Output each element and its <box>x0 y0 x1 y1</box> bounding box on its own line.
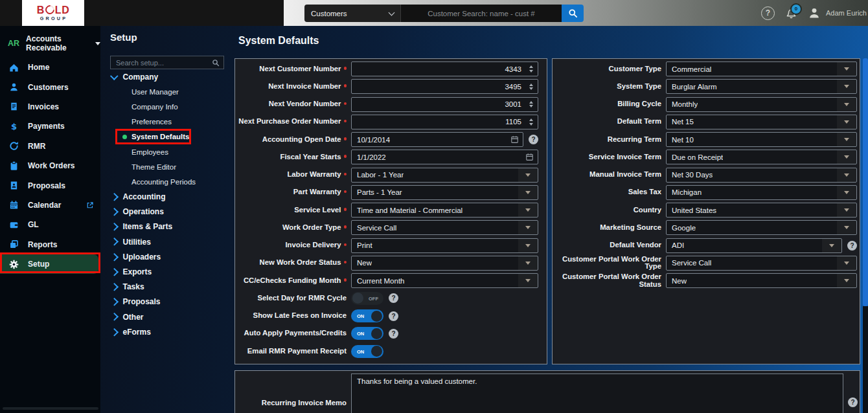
sales-tax-select[interactable]: Michigan <box>666 185 857 200</box>
customer-portal-work-order-type-select[interactable]: Service Call <box>666 256 857 271</box>
invoice-delivery-select[interactable]: Print <box>351 238 538 253</box>
setup-section-other[interactable]: Other <box>100 309 223 324</box>
setup-tree-item-company-info[interactable]: Company Info <box>100 99 223 114</box>
select-caret-button <box>518 186 538 199</box>
number-spinner[interactable] <box>525 80 538 93</box>
field-label: Accounting Open Date <box>235 136 347 144</box>
setup-section-uploaders[interactable]: Uploaders <box>100 249 223 264</box>
service-level-select[interactable]: Time and Material - Commercial <box>351 203 538 218</box>
recurring-invoice-memo-textarea[interactable]: Thanks for being a valued customer. <box>351 374 843 413</box>
search-button[interactable] <box>562 5 584 22</box>
setup-section-exports[interactable]: Exports <box>100 264 223 279</box>
field-label: Default Term <box>553 118 661 126</box>
sidebar-item-reports[interactable]: Reports <box>0 235 100 254</box>
service-invoice-term-select[interactable]: Due on Receipt <box>666 150 857 164</box>
user-name[interactable]: Adam Eurich <box>826 9 867 17</box>
setup-tree-item-theme-editor[interactable]: Theme Editor <box>100 159 223 174</box>
system-type-select[interactable]: Burglar Alarm <box>666 79 857 94</box>
sidebar-item-setup[interactable]: Setup <box>0 254 98 274</box>
accounting-open-date-input[interactable]: 10/1/2014 <box>351 132 523 147</box>
user-avatar-icon[interactable] <box>808 6 821 19</box>
customer-type-select[interactable]: Commercial <box>666 61 857 76</box>
sidebar-item-gl[interactable]: GL <box>0 215 100 234</box>
global-search-group: Customers <box>304 5 584 22</box>
calendar-icon[interactable] <box>525 153 534 161</box>
help-icon[interactable]: ? <box>389 329 398 339</box>
number-spinner[interactable] <box>525 98 538 111</box>
sidebar-item-payments[interactable]: $Payments <box>0 117 100 136</box>
sidebar-item-proposals[interactable]: Proposals <box>0 175 100 195</box>
scrollbar-track[interactable] <box>863 306 868 413</box>
notifications-button[interactable]: 0 <box>785 7 797 19</box>
select-value: Commercial <box>667 65 711 73</box>
recurring-term-select[interactable]: Net 10 <box>666 132 857 147</box>
fiscal-year-starts-input[interactable]: 1/1/2022 <box>351 150 538 164</box>
show-late-fees-on-invoice-toggle[interactable]: ON <box>351 309 383 322</box>
part-warranty-select[interactable]: Parts - 1 Year <box>351 185 538 200</box>
next-customer-number-input[interactable]: 4343 <box>351 61 538 76</box>
bold-group-logo[interactable]: BLD GROUP <box>22 0 84 26</box>
setup-section-tasks[interactable]: Tasks <box>100 280 223 295</box>
next-purchase-order-number-input[interactable]: 1105 <box>351 115 538 129</box>
setup-search-input[interactable] <box>115 58 212 67</box>
sidebar-item-rmr[interactable]: RMR <box>0 137 100 156</box>
setup-tree-item-accounting-periods[interactable]: Accounting Periods <box>100 174 223 189</box>
rmr-icon <box>8 141 19 151</box>
setup-tree-item-system-defaults[interactable]: System Defaults <box>100 129 223 144</box>
work-order-type-select[interactable]: Service Call <box>351 220 538 235</box>
marketing-source-select[interactable]: Google <box>666 220 857 235</box>
spinner-up-icon <box>529 118 533 121</box>
field-label: Next Purchase Order Number <box>235 118 347 126</box>
email-rmr-payment-receipt-toggle[interactable]: ON <box>351 345 383 358</box>
customer-search-input[interactable] <box>401 5 562 22</box>
caret-down-icon <box>844 155 849 159</box>
setup-tree-item-user-manager[interactable]: User Manager <box>100 84 223 99</box>
customer-portal-work-order-status-select[interactable]: New <box>666 273 857 288</box>
search-scope-select[interactable]: Customers <box>304 5 401 22</box>
default-term-select[interactable]: Net 15 <box>666 115 857 129</box>
caret-down-icon <box>844 120 849 124</box>
setup-section-operations[interactable]: Operations <box>100 205 223 219</box>
calendar-icon[interactable] <box>510 135 519 144</box>
help-circle-icon[interactable]: ? <box>761 6 775 20</box>
help-icon[interactable]: ? <box>848 397 858 407</box>
select-value: New <box>667 277 687 285</box>
horizontal-scrollbar[interactable] <box>3 407 98 410</box>
next-invoice-number-input[interactable]: 3495 <box>351 79 538 94</box>
country-select[interactable]: United States <box>666 203 857 218</box>
setup-section-utilities[interactable]: Utilities <box>100 234 223 249</box>
topbar-right-group: ? 0 Adam Eurich <box>761 0 868 26</box>
module-switcher[interactable]: AR Accounts Receivable <box>0 26 100 52</box>
scrollbar-thumb[interactable] <box>863 58 868 306</box>
setup-section-company[interactable]: Company <box>100 69 223 84</box>
setup-tree-item-preferences[interactable]: Preferences <box>100 115 223 129</box>
help-icon[interactable]: ? <box>529 135 538 144</box>
setup-tree-item-employees[interactable]: Employees <box>100 144 223 159</box>
sidebar-item-customers[interactable]: Customers <box>0 77 100 96</box>
setup-section-eforms[interactable]: eForms <box>100 324 223 339</box>
next-vendor-number-input[interactable]: 3001 <box>351 97 538 112</box>
manual-invoice-term-select[interactable]: Net 30 Days <box>666 168 857 183</box>
sidebar-item-invoices[interactable]: Invoices <box>0 97 100 117</box>
sidebar-item-calendar[interactable]: Calendar <box>0 195 100 215</box>
sidebar-item-home[interactable]: Home <box>0 58 100 77</box>
setup-section-items-parts[interactable]: Items & Parts <box>100 219 223 234</box>
new-work-order-status-select[interactable]: New <box>351 256 538 271</box>
select-day-for-rmr-cycle-toggle[interactable]: OFF <box>351 292 383 305</box>
select-value: Service Call <box>352 224 396 232</box>
number-spinner[interactable] <box>525 115 538 129</box>
help-icon[interactable]: ? <box>389 293 398 303</box>
auto-apply-payments-credits-toggle[interactable]: ON <box>351 327 383 340</box>
label-text: Email RMR Payment Receipt <box>247 347 347 355</box>
default-vendor-select[interactable]: ADI <box>666 238 842 253</box>
setup-section-proposals[interactable]: Proposals <box>100 295 223 309</box>
billing-cycle-select[interactable]: Monthly <box>666 97 857 112</box>
help-icon[interactable]: ? <box>389 311 398 321</box>
sidebar-item-work-orders[interactable]: Work Orders <box>0 156 100 175</box>
number-spinner[interactable] <box>525 62 538 76</box>
caret-down-icon <box>844 262 849 265</box>
cc-echecks-funding-month-select[interactable]: Current Month <box>351 273 538 288</box>
labor-warranty-select[interactable]: Labor - 1 Year <box>351 168 538 183</box>
setup-section-accounting[interactable]: Accounting <box>100 190 223 205</box>
help-icon[interactable]: ? <box>847 241 857 251</box>
